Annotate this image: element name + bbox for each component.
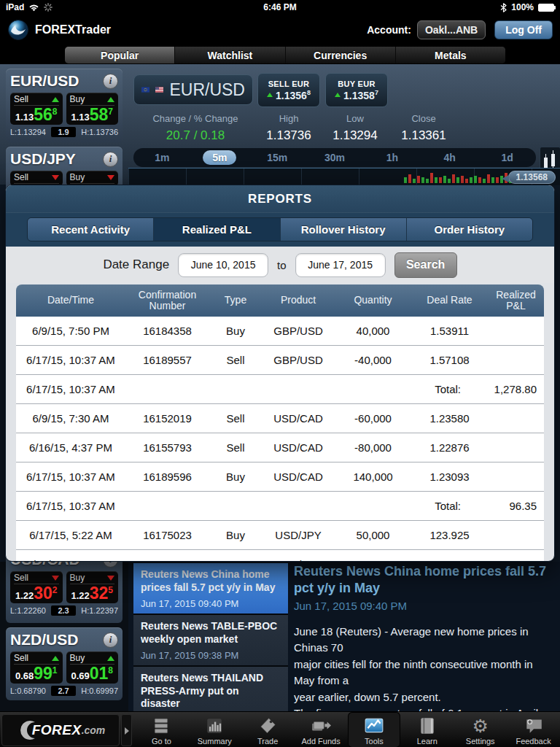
info-icon[interactable]: i [103,632,118,648]
stat-low: Low1.13294 [323,113,387,143]
chart-interval-bar: 1m5m15m30m1h4h1d [133,148,536,167]
cell-datetime: 6/17/15, 10:37 AM [16,471,125,483]
sell-quote-button[interactable]: Sell1.13568 [10,93,63,125]
tab-watchlist[interactable]: Watchlist [175,47,285,63]
clock: 6:46 PM [0,2,560,12]
low-value: L:1.22260 [10,606,46,615]
toolbar-item-learn[interactable]: Learn [400,712,454,747]
cell-deal_rate: 1.22876 [411,441,488,454]
cell-type: Buy [209,529,262,541]
buy-eur-price: 1.1358 [343,89,375,101]
interval-15m[interactable]: 15m [249,152,306,163]
cell-type: Sell [209,354,262,366]
selected-pair-label: EUR/USD [169,80,245,100]
sell-price: 1.13568 [14,107,59,123]
sell-quote-button[interactable]: Sell [10,171,63,186]
app-header: FOREXTrader Account: Oakl...ANB Log Off [0,15,560,45]
toolbar-item-tools[interactable]: Tools [348,712,401,747]
cell-deal_rate: 1.23093 [411,471,488,483]
high-value: H:1.22397 [81,606,118,615]
table-row: 6/16/15, 4:37 PM16155793SellUSD/CAD-80,0… [16,433,544,462]
cell-deal_rate: 124.246 [411,558,488,562]
buy-eur-price-sup: 7 [375,89,378,96]
reports-modal: REPORTS Recent ActivityRealized P&LRollo… [5,185,555,562]
buy-price: 1.22325 [70,585,115,601]
sell-eur-button[interactable]: SELL EUR 1.13568 [257,73,320,107]
stat-high: High1.13736 [257,113,321,143]
reports-tab-realized-p-l[interactable]: Realized P&L [154,218,280,241]
toolbar-item-summary[interactable]: Summary [188,712,241,747]
interval-1h[interactable]: 1h [363,152,421,163]
interval-5m[interactable]: 5m [191,150,249,165]
cell-quantity: -60,000 [335,412,411,425]
interval-30m[interactable]: 30m [306,152,364,163]
date-to-input[interactable]: June 17, 2015 [295,253,386,277]
low-value: L:1.13294 [10,128,46,136]
tab-currencies[interactable]: Currencies [286,47,396,63]
buy-quote-button[interactable]: Buy1.13587 [66,93,119,125]
sell-label: Sell [14,653,28,663]
interval-1m[interactable]: 1m [133,152,191,163]
main-nav: PopularWatchlistCurrenciesMetals [0,45,560,64]
total-value: 96.35 [474,500,544,512]
news-list: Reuters News China home prices fall 5.7 … [133,563,288,711]
sell-quote-button[interactable]: Sell0.68991 [10,651,63,684]
sell-quote-button[interactable]: Sell1.22302 [10,571,63,603]
table-row: 6/17/15, 10:43 AM16190082BuyUSD/JPY50,00… [16,550,544,562]
price-chart[interactable]: 1.13568 [128,168,560,185]
nav-tab-strip: PopularWatchlistCurrenciesMetals [64,46,506,64]
toolbar-item-settings[interactable]: ⚙Settings [454,712,507,747]
date-range-label: Date Range [103,258,169,272]
table-row: 6/9/15, 7:50 PM16184358BuyGBP/USD40,0001… [16,317,544,346]
account-selector-button[interactable]: Oakl...ANB [417,20,486,39]
toolbar-item-go-to[interactable]: Go to [135,712,188,747]
cell-datetime: 6/17/15, 10:37 AM [16,383,125,395]
info-icon[interactable]: i [103,74,118,89]
app-title: FOREXTrader [35,23,111,36]
toolbar-items: Go toSummaryTradeAdd FundsToolsLearn⚙Set… [135,712,560,747]
interval-1d[interactable]: 1d [478,152,536,163]
selected-pair-button[interactable]: EUR/USD [133,74,253,105]
toolbar-item-add-funds[interactable]: Add Funds [295,712,348,747]
news-list-item[interactable]: Reuters News China home prices fall 5.7 … [133,563,288,615]
tab-popular[interactable]: Popular [65,47,175,63]
toolbar-item-feedback[interactable]: Feedback [507,712,560,747]
forextrader-app: iPad 6:46 PM 100% [0,0,560,747]
reports-modal-title: REPORTS [6,185,554,212]
funds-icon [311,716,331,736]
spread-badge: 2.3 [51,605,75,616]
toolbar-item-trade[interactable]: Trade [241,712,295,747]
toolbar-expand-chevron[interactable] [121,714,132,746]
column-header: Confirmation Number [125,290,209,312]
news-list-item[interactable]: Reuters News TABLE-PBOC weekly open mark… [133,615,288,667]
cell-deal_rate: 1.57108 [411,354,488,366]
total-label: Total: [435,383,461,395]
buy-eur-button[interactable]: BUY EUR 1.13587 [325,73,388,107]
date-from-input[interactable]: June 10, 2015 [178,253,268,277]
cell-type: Sell [209,412,262,425]
low-spread-high-row: L:1.132941.9H:1.13736 [10,127,118,137]
reports-tab-recent-activity[interactable]: Recent Activity [28,218,154,241]
search-button[interactable]: Search [394,252,457,278]
info-icon[interactable]: i [103,152,118,167]
news-list-item[interactable]: Reuters News THAILAND PRESS-Army put on … [133,667,288,711]
reports-tab-rollover-history[interactable]: Rollover History [281,218,407,241]
cell-quantity: 50,000 [335,529,411,541]
quote-panel-nzdusd: NZD/USDiSell0.68991Buy0.69018L:0.687902.… [6,627,122,700]
buy-quote-button[interactable]: Buy [66,171,119,186]
cell-confirmation: 16155793 [125,441,209,454]
buy-quote-button[interactable]: Buy1.22325 [66,571,119,603]
cell-type: Buy [209,471,262,483]
cell-quantity: 50,000 [335,558,411,562]
buy-quote-button[interactable]: Buy0.69018 [66,651,119,684]
down-arrow-icon [52,576,59,581]
cell-deal_rate: 123.925 [411,529,488,541]
log-off-button[interactable]: Log Off [494,20,553,39]
total-value: 1,278.80 [474,383,544,395]
interval-4h[interactable]: 4h [421,152,478,163]
reports-tab-order-history[interactable]: Order History [407,218,532,241]
column-header: Type [209,295,262,306]
tab-metals[interactable]: Metals [396,47,505,63]
down-arrow-icon [107,175,114,180]
up-arrow-icon [107,97,114,102]
